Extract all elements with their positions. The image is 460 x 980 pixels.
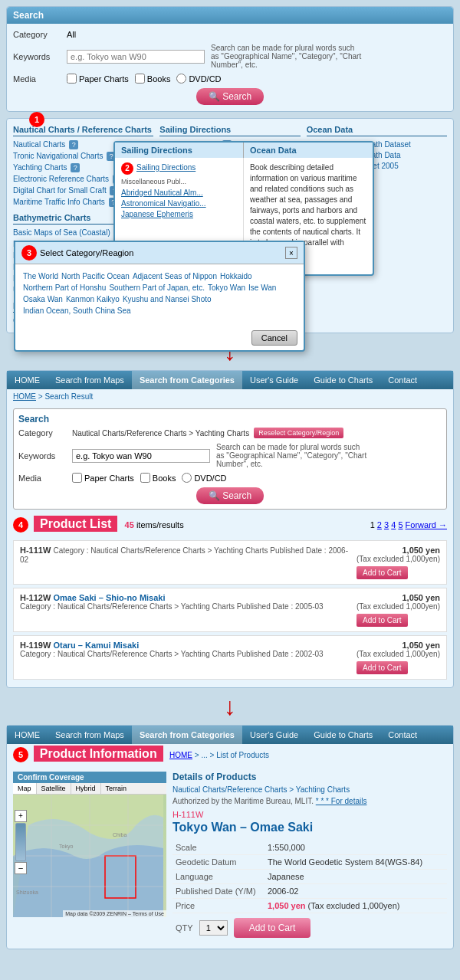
- reselect-button[interactable]: Reselect Category/Region: [254, 428, 343, 438]
- forward-link[interactable]: Forward →: [406, 520, 447, 529]
- published-value: 2006-02: [264, 884, 447, 899]
- page-4-link[interactable]: 4: [391, 520, 396, 529]
- table-row: Language Japanese: [172, 870, 447, 884]
- dialog-links: The World North Pacific Ocean Adjacent S…: [23, 272, 296, 315]
- nav-search-maps[interactable]: Search from Maps: [48, 371, 132, 389]
- tronic-nav-link[interactable]: Tronic Navigational Charts ?: [13, 152, 116, 160]
- map-credit: Map data ©2009 ZENRIN – Terms of Use: [63, 910, 166, 917]
- books-option[interactable]: Books: [135, 74, 171, 84]
- nav-home-prod[interactable]: HOME: [7, 726, 48, 744]
- sailing-dir-popup-link[interactable]: Sailing Directions: [136, 163, 196, 172]
- paper-option-results[interactable]: Paper Charts: [72, 473, 134, 483]
- breadcrumb-home-link-prod[interactable]: HOME: [169, 751, 192, 759]
- japanese-ephemeris-popup-link[interactable]: Japanese Ephemeris: [121, 210, 237, 218]
- nav-search-categories[interactable]: Search from Categories: [132, 371, 242, 389]
- product-right-3: 1,050 yen (Tax excluded 1,000yen) Add to…: [356, 641, 440, 674]
- auth-details-link[interactable]: * * * For details: [316, 797, 367, 805]
- cancel-button[interactable]: Cancel: [251, 330, 297, 346]
- details-title: Details of Products: [172, 772, 447, 782]
- region-tokyo-wan-link[interactable]: Tokyo Wan: [208, 284, 245, 292]
- keywords-input[interactable]: [67, 50, 205, 64]
- scale-label: Scale: [172, 841, 264, 855]
- map-tab-hybrid[interactable]: Hybrid: [71, 783, 101, 794]
- region-world-link[interactable]: The World: [23, 272, 58, 280]
- region-ise-wan-link[interactable]: Ise Wan: [248, 284, 276, 292]
- svg-text:Tokyo: Tokyo: [59, 844, 73, 850]
- popup-header-sailing: Sailing Directions: [115, 143, 244, 158]
- region-southern-japan-link[interactable]: Southern Part of Japan, etc.: [109, 284, 205, 292]
- region-kanmon-link[interactable]: Kanmon Kaikyo: [66, 295, 120, 303]
- electronic-ref-link[interactable]: Electronic Reference Charts ?: [13, 175, 122, 183]
- keywords-input-results[interactable]: [72, 449, 210, 463]
- region-osaka-wan-link[interactable]: Osaka Wan: [23, 295, 63, 303]
- nautical-charts-link[interactable]: Nautical Charts ?: [13, 140, 78, 149]
- digital-chart-link[interactable]: Digital Chart for Small Craft ?: [13, 186, 119, 195]
- basic-maps-coastal-link[interactable]: Basic Maps of Sea (Coastal) ?: [13, 228, 123, 237]
- region-northern-honshu-link[interactable]: Northern Part of Honshu: [23, 284, 106, 292]
- paper-charts-option[interactable]: Paper Charts: [67, 74, 129, 84]
- nav-guide-charts[interactable]: Guide to Charts: [306, 371, 380, 389]
- nav-users-guide-prod[interactable]: User's Guide: [242, 726, 306, 744]
- region-north-pacific-link[interactable]: North Pacific Ocean: [61, 272, 130, 280]
- yachting-link[interactable]: Yachting Charts ?: [13, 163, 80, 172]
- paper-charts-checkbox[interactable]: [67, 74, 77, 84]
- results-label: items/results: [136, 520, 184, 529]
- dvd-radio[interactable]: [176, 74, 186, 84]
- nav-guide-charts-prod[interactable]: Guide to Charts: [306, 726, 380, 744]
- dvd-option-results[interactable]: DVD/CD: [182, 473, 226, 483]
- region-kyushu-link[interactable]: Kyushu and Nansei Shoto: [123, 295, 212, 303]
- zoom-out-button[interactable]: –: [15, 862, 27, 874]
- paper-checkbox-results[interactable]: [72, 473, 82, 483]
- books-option-results[interactable]: Books: [140, 473, 176, 483]
- nav-home[interactable]: HOME: [7, 371, 48, 389]
- region-hokkaido-link[interactable]: Hokkaido: [220, 272, 252, 280]
- page-3-link[interactable]: 3: [384, 520, 389, 529]
- dialog-close-button[interactable]: ×: [285, 247, 297, 259]
- product-full-name: Tokyo Wan – Omae Saki: [172, 821, 447, 834]
- search-inner: Search Category Nautical Charts/Referenc…: [13, 408, 447, 510]
- nav-contact[interactable]: Contact: [380, 371, 425, 389]
- add-to-cart-button-1[interactable]: Add to Cart: [356, 566, 408, 579]
- navbar-product: HOME Search from Maps Search from Catego…: [7, 726, 453, 744]
- region-indian-ocean-link[interactable]: Indian Ocean, South China Sea: [23, 306, 131, 315]
- books-checkbox[interactable]: [135, 74, 145, 84]
- region-adjacent-seas-link[interactable]: Adjacent Seas of Nippon: [133, 272, 217, 280]
- breadcrumb-home-link[interactable]: HOME: [13, 392, 36, 401]
- product-name-3[interactable]: Otaru – Kamui Misaki: [53, 641, 139, 650]
- product-name-2[interactable]: Omae Saki – Shio-no Misaki: [53, 593, 165, 602]
- search-button[interactable]: 🔍 Search: [196, 88, 264, 105]
- nav-search-cats-prod[interactable]: Search from Categories: [132, 726, 242, 744]
- qty-select[interactable]: 1 2 3: [199, 920, 228, 936]
- dvd-radio-results[interactable]: [182, 473, 192, 483]
- map-tab-map[interactable]: Map: [13, 783, 37, 794]
- page-5-link[interactable]: 5: [398, 520, 402, 529]
- dvd-option[interactable]: DVD/CD: [176, 74, 221, 84]
- breadcrumb-separator: > Search Result: [38, 392, 93, 401]
- search-button-results[interactable]: 🔍 Search: [196, 487, 264, 504]
- zoom-in-button[interactable]: +: [15, 810, 27, 822]
- category-row: Category All: [13, 30, 447, 39]
- help-icon[interactable]: ?: [69, 140, 78, 149]
- product-tax-1: (Tax excluded 1,000yen): [356, 555, 440, 563]
- abridged-popup-link[interactable]: Abridged Nautical Alm...: [121, 188, 237, 197]
- books-checkbox-results[interactable]: [140, 473, 150, 483]
- add-to-cart-big-button[interactable]: Add to Cart: [234, 918, 311, 938]
- map-tab-terrain[interactable]: Terrain: [101, 783, 132, 794]
- map-tab-satellite[interactable]: Satellite: [37, 783, 71, 794]
- category-label-results: Category: [18, 428, 72, 438]
- nav-search-maps-prod[interactable]: Search from Maps: [48, 726, 132, 744]
- product-left-3: H-119W Otaru – Kamui Misaki Category : N…: [20, 641, 356, 658]
- astronomical-popup-link[interactable]: Astronomical Navigatio...: [121, 199, 237, 208]
- zoom-slider[interactable]: [15, 823, 26, 861]
- product-list: H-111W Category : Nautical Charts/Refere…: [7, 536, 453, 687]
- nav-users-guide[interactable]: User's Guide: [242, 371, 306, 389]
- media-label: Media: [13, 74, 67, 84]
- maritime-traffic-link[interactable]: Maritime Traffic Info Charts ?: [13, 198, 118, 206]
- nav-contact-prod[interactable]: Contact: [380, 726, 425, 744]
- add-to-cart-button-3[interactable]: Add to Cart: [356, 661, 408, 674]
- add-to-cart-button-2[interactable]: Add to Cart: [356, 614, 408, 627]
- page-2-link[interactable]: 2: [377, 520, 382, 529]
- help-icon[interactable]: ?: [71, 163, 80, 172]
- search-button-label-results: Search: [222, 490, 251, 501]
- product-auth: Authorized by the Maritime Bureau, MLIT.…: [172, 797, 447, 805]
